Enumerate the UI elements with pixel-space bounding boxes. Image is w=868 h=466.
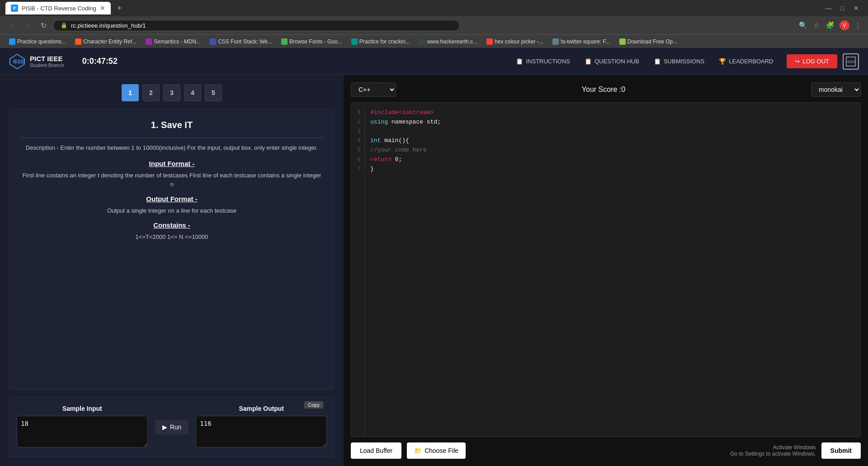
- new-tab-button[interactable]: +: [114, 3, 125, 14]
- sample-input-textarea[interactable]: 18: [17, 416, 148, 447]
- sample-output-textarea[interactable]: 116: [196, 416, 327, 447]
- bookmark-item-1[interactable]: Practice questions...: [5, 38, 70, 46]
- sample-input-box: Sample Input 18: [17, 405, 148, 449]
- nav-question-hub[interactable]: 📋 QUESTION HUB: [578, 54, 646, 68]
- url-text: rc.pictieee.in/question_hub/1: [71, 22, 146, 29]
- close-window-button[interactable]: ✕: [850, 3, 863, 14]
- svg-text:IEEE: IEEE: [13, 59, 24, 64]
- reload-button[interactable]: ↻: [38, 19, 49, 32]
- question-tab-2[interactable]: 2: [142, 84, 160, 101]
- bookmark-item-10[interactable]: Download Free Op...: [616, 38, 681, 46]
- editor-header: C++ Java Python Your Score :0 monokai de…: [351, 82, 861, 97]
- question-tab-3[interactable]: 3: [163, 84, 180, 101]
- logout-icon: ↪: [795, 58, 800, 65]
- browser-chrome: P PISB - CTD Reverse Coding ✕ + — □ ✕ ← …: [0, 0, 868, 48]
- bookmark-label-1: Practice questions...: [17, 38, 66, 45]
- editor-bottom: Load Buffer 📁 Choose File Activate Windo…: [351, 442, 861, 459]
- address-bar[interactable]: 🔒 rc.pictieee.in/question_hub/1: [53, 20, 460, 31]
- logo-text: PICT IEEE Student Branch: [30, 55, 64, 68]
- bookmarks-bar: Practice questions... Character Entity R…: [0, 34, 868, 48]
- search-icon[interactable]: 🔍: [797, 20, 809, 31]
- sample-row: Copy Sample Input 18 ▶ Run Sample Output…: [17, 405, 327, 449]
- svg-text:IEEE: IEEE: [847, 60, 855, 64]
- minimize-button[interactable]: —: [822, 3, 835, 14]
- logout-button[interactable]: ↪ LOG OUT: [787, 54, 837, 68]
- profile-icon[interactable]: V: [840, 20, 849, 30]
- bookmark-label-3: Semantics - MDN...: [154, 38, 201, 45]
- win-activate-line1: Activate Windows: [471, 444, 816, 451]
- bookmark-item-7[interactable]: www.hackerearth.c...: [415, 38, 481, 46]
- bookmark-label-6: Practice for crackin...: [359, 38, 410, 45]
- question-tab-5[interactable]: 5: [205, 84, 222, 101]
- tab-close-button[interactable]: ✕: [100, 5, 105, 12]
- logo-main: PICT IEEE: [30, 55, 64, 62]
- nav-leaderboard[interactable]: 🏆 LEADERBOARD: [712, 54, 779, 68]
- bookmark-label-4: CSS Font Stack: We...: [218, 38, 272, 45]
- browser-toolbar: ← → ↻ 🔒 rc.pictieee.in/question_hub/1 🔍 …: [0, 16, 868, 34]
- bookmark-item-6[interactable]: Practice for crackin...: [348, 38, 414, 46]
- logo-area: IEEE PICT IEEE Student Branch: [9, 53, 64, 70]
- constraints-title: Constains -: [20, 221, 323, 229]
- top-nav: IEEE PICT IEEE Student Branch 0:0:47:52 …: [0, 48, 868, 75]
- sample-input-label: Sample Input: [17, 405, 148, 412]
- bookmark-icon[interactable]: ☆: [812, 20, 821, 31]
- nav-instructions[interactable]: 📋 INSTRUCTIONS: [509, 54, 576, 68]
- sample-output-box: Sample Output 116: [196, 405, 327, 449]
- bookmark-item-3[interactable]: Semantics - MDN...: [142, 38, 204, 46]
- tab-favicon: P: [11, 5, 18, 12]
- nav-right-icon: IEEE: [843, 53, 859, 70]
- run-button[interactable]: ▶ Run: [155, 420, 189, 434]
- bookmark-label-8: hex colour picker -...: [495, 38, 543, 45]
- logout-label: LOG OUT: [802, 58, 829, 65]
- load-buffer-button[interactable]: Load Buffer: [351, 442, 401, 459]
- tab-title: PISB - CTD Reverse Coding: [22, 5, 96, 12]
- bookmark-item-4[interactable]: CSS Font Stack: We...: [206, 38, 276, 46]
- code-content[interactable]: #include<iostream> using namespace std; …: [365, 103, 860, 437]
- question-tab-4[interactable]: 4: [184, 84, 201, 101]
- windows-activate-notice: Activate Windows Go to Settings to activ…: [471, 444, 816, 457]
- submit-button[interactable]: Submit: [821, 442, 861, 459]
- submissions-icon: 📋: [654, 58, 661, 65]
- lock-icon: 🔒: [61, 22, 67, 29]
- sample-area: Copy Sample Input 18 ▶ Run Sample Output…: [9, 397, 335, 457]
- constraints-content: 1<=T<2000 1<= N <=10000: [20, 233, 323, 242]
- question-tab-1[interactable]: 1: [122, 84, 139, 101]
- problem-title: 1. Save IT: [20, 120, 323, 130]
- input-format-title: Input Format -: [20, 160, 323, 167]
- bookmark-item-8[interactable]: hex colour picker -...: [483, 38, 547, 46]
- timer: 0:0:47:52: [82, 57, 118, 66]
- bookmark-label-5: Browse Fonts - Goo...: [289, 38, 342, 45]
- language-select[interactable]: C++ Java Python: [351, 82, 396, 97]
- browser-tab[interactable]: P PISB - CTD Reverse Coding ✕: [5, 2, 111, 14]
- bookmark-item-9[interactable]: fa-twitter-square: F...: [549, 38, 613, 46]
- line-numbers: 1 2 3 4 5 6 7: [351, 103, 365, 437]
- win-activate-line2: Go to Settings to activate Windows.: [471, 451, 816, 457]
- toolbar-icons: 🔍 ☆ 🧩 V ⋮: [797, 20, 863, 31]
- logo-sub: Student Branch: [30, 62, 64, 68]
- theme-select[interactable]: monokai default eclipse: [811, 82, 861, 97]
- question-tabs: 1 2 3 4 5: [9, 84, 335, 101]
- bookmark-label-2: Character Entity Ref...: [83, 38, 137, 45]
- bookmark-item-2[interactable]: Character Entity Ref...: [71, 38, 140, 46]
- leaderboard-icon: 🏆: [719, 58, 726, 65]
- window-controls: — □ ✕: [822, 3, 863, 14]
- bookmark-item-5[interactable]: Browse Fonts - Goo...: [278, 38, 346, 46]
- forward-button[interactable]: →: [22, 19, 34, 31]
- problem-box: 1. Save IT Description - Enter the numbe…: [9, 109, 335, 390]
- menu-icon[interactable]: ⋮: [853, 20, 863, 31]
- output-format-content: Output a single integer on a line for ea…: [20, 206, 323, 216]
- right-panel: C++ Java Python Your Score :0 monokai de…: [344, 75, 868, 466]
- score-text: Your Score :0: [403, 86, 804, 94]
- maximize-button[interactable]: □: [837, 3, 848, 14]
- choose-file-button[interactable]: 📁 Choose File: [407, 442, 466, 459]
- app-container: IEEE PICT IEEE Student Branch 0:0:47:52 …: [0, 48, 868, 466]
- choose-file-label: Choose File: [425, 447, 458, 454]
- input-format-content: First line contains an integer t denotin…: [20, 171, 323, 190]
- back-button[interactable]: ←: [5, 19, 18, 31]
- nav-submissions[interactable]: 📋 SUBMISSIONS: [647, 54, 711, 68]
- logo-icon: IEEE: [9, 53, 25, 70]
- copy-badge[interactable]: Copy: [304, 401, 323, 409]
- nav-links: 📋 INSTRUCTIONS 📋 QUESTION HUB 📋 SUBMISSI…: [509, 54, 779, 68]
- code-editor[interactable]: 1 2 3 4 5 6 7 #include<iostream> using n…: [351, 102, 861, 437]
- extensions-icon[interactable]: 🧩: [825, 20, 836, 31]
